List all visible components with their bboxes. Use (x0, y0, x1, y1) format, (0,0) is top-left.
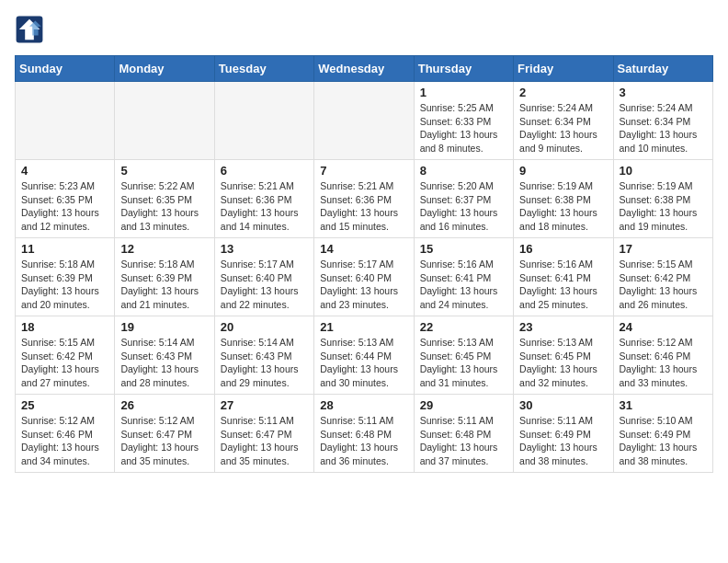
day-cell-16: 16Sunrise: 5:16 AMSunset: 6:41 PMDayligh… (514, 238, 613, 316)
day-cell-24: 24Sunrise: 5:12 AMSunset: 6:46 PMDayligh… (613, 316, 712, 395)
week-row-4: 18Sunrise: 5:15 AMSunset: 6:42 PMDayligh… (16, 316, 713, 395)
day-number: 31 (620, 398, 707, 412)
day-cell-26: 26Sunrise: 5:12 AMSunset: 6:47 PMDayligh… (115, 395, 214, 473)
day-number: 20 (221, 320, 308, 334)
day-cell-22: 22Sunrise: 5:13 AMSunset: 6:45 PMDayligh… (414, 316, 513, 395)
day-cell-9: 9Sunrise: 5:19 AMSunset: 6:38 PMDaylight… (514, 160, 613, 238)
day-number: 17 (620, 242, 707, 256)
day-info: Sunrise: 5:24 AMSunset: 6:34 PMDaylight:… (519, 101, 607, 155)
logo (15, 15, 48, 44)
weekday-header-thursday: Thursday (414, 56, 513, 82)
day-number: 15 (420, 242, 507, 256)
day-number: 19 (120, 320, 208, 334)
weekday-header-sunday: Sunday (16, 56, 115, 82)
weekday-header-tuesday: Tuesday (214, 56, 313, 82)
day-info: Sunrise: 5:14 AMSunset: 6:43 PMDaylight:… (221, 336, 308, 390)
day-info: Sunrise: 5:11 AMSunset: 6:48 PMDaylight:… (320, 414, 407, 468)
day-number: 16 (519, 242, 607, 256)
calendar-header-row: SundayMondayTuesdayWednesdayThursdayFrid… (16, 56, 713, 82)
empty-cell (16, 82, 115, 160)
day-info: Sunrise: 5:19 AMSunset: 6:38 PMDaylight:… (620, 179, 707, 234)
day-cell-3: 3Sunrise: 5:24 AMSunset: 6:34 PMDaylight… (613, 82, 712, 160)
day-info: Sunrise: 5:11 AMSunset: 6:49 PMDaylight:… (519, 414, 607, 468)
day-cell-20: 20Sunrise: 5:14 AMSunset: 6:43 PMDayligh… (214, 316, 313, 395)
week-row-5: 25Sunrise: 5:12 AMSunset: 6:46 PMDayligh… (16, 395, 713, 473)
day-number: 22 (420, 320, 507, 334)
empty-cell (314, 82, 414, 160)
day-number: 13 (221, 242, 308, 256)
day-cell-27: 27Sunrise: 5:11 AMSunset: 6:47 PMDayligh… (214, 395, 313, 473)
day-number: 12 (120, 242, 208, 256)
week-row-3: 11Sunrise: 5:18 AMSunset: 6:39 PMDayligh… (16, 238, 713, 316)
day-number: 8 (420, 164, 507, 178)
day-number: 7 (320, 164, 407, 178)
empty-cell (115, 82, 214, 160)
day-info: Sunrise: 5:15 AMSunset: 6:42 PMDaylight:… (620, 258, 707, 312)
day-cell-25: 25Sunrise: 5:12 AMSunset: 6:46 PMDayligh… (16, 395, 115, 473)
day-number: 25 (21, 398, 108, 412)
day-cell-7: 7Sunrise: 5:21 AMSunset: 6:36 PMDaylight… (314, 160, 414, 238)
weekday-header-saturday: Saturday (613, 56, 712, 82)
weekday-header-friday: Friday (514, 56, 613, 82)
empty-cell (214, 82, 313, 160)
day-number: 18 (21, 320, 108, 334)
day-info: Sunrise: 5:23 AMSunset: 6:35 PMDaylight:… (21, 179, 108, 234)
day-cell-4: 4Sunrise: 5:23 AMSunset: 6:35 PMDaylight… (16, 160, 115, 238)
day-cell-5: 5Sunrise: 5:22 AMSunset: 6:35 PMDaylight… (115, 160, 214, 238)
day-cell-31: 31Sunrise: 5:10 AMSunset: 6:49 PMDayligh… (613, 395, 712, 473)
day-cell-14: 14Sunrise: 5:17 AMSunset: 6:40 PMDayligh… (314, 238, 414, 316)
day-info: Sunrise: 5:17 AMSunset: 6:40 PMDaylight:… (320, 258, 407, 312)
week-row-1: 1Sunrise: 5:25 AMSunset: 6:33 PMDaylight… (16, 82, 713, 160)
day-number: 30 (519, 398, 607, 412)
day-cell-29: 29Sunrise: 5:11 AMSunset: 6:48 PMDayligh… (414, 395, 513, 473)
day-number: 27 (221, 398, 308, 412)
day-info: Sunrise: 5:21 AMSunset: 6:36 PMDaylight:… (221, 179, 308, 234)
weekday-header-wednesday: Wednesday (314, 56, 414, 82)
day-cell-10: 10Sunrise: 5:19 AMSunset: 6:38 PMDayligh… (613, 160, 712, 238)
day-cell-2: 2Sunrise: 5:24 AMSunset: 6:34 PMDaylight… (514, 82, 613, 160)
day-info: Sunrise: 5:25 AMSunset: 6:33 PMDaylight:… (420, 101, 507, 155)
day-number: 21 (320, 320, 407, 334)
day-cell-18: 18Sunrise: 5:15 AMSunset: 6:42 PMDayligh… (16, 316, 115, 395)
day-info: Sunrise: 5:13 AMSunset: 6:45 PMDaylight:… (420, 336, 507, 390)
day-info: Sunrise: 5:21 AMSunset: 6:36 PMDaylight:… (320, 179, 407, 234)
day-number: 24 (620, 320, 707, 334)
day-number: 5 (120, 164, 208, 178)
page-header (15, 15, 713, 44)
day-number: 10 (620, 164, 707, 178)
day-number: 26 (120, 398, 208, 412)
day-info: Sunrise: 5:12 AMSunset: 6:47 PMDaylight:… (120, 414, 208, 468)
day-cell-8: 8Sunrise: 5:20 AMSunset: 6:37 PMDaylight… (414, 160, 513, 238)
day-cell-19: 19Sunrise: 5:14 AMSunset: 6:43 PMDayligh… (115, 316, 214, 395)
day-number: 4 (21, 164, 108, 178)
day-number: 2 (519, 86, 607, 99)
week-row-2: 4Sunrise: 5:23 AMSunset: 6:35 PMDaylight… (16, 160, 713, 238)
day-info: Sunrise: 5:14 AMSunset: 6:43 PMDaylight:… (120, 336, 208, 390)
day-number: 14 (320, 242, 407, 256)
day-info: Sunrise: 5:18 AMSunset: 6:39 PMDaylight:… (120, 258, 208, 312)
logo-icon (15, 15, 44, 44)
weekday-header-monday: Monday (115, 56, 214, 82)
day-number: 1 (420, 86, 507, 99)
day-info: Sunrise: 5:10 AMSunset: 6:49 PMDaylight:… (620, 414, 707, 468)
day-cell-11: 11Sunrise: 5:18 AMSunset: 6:39 PMDayligh… (16, 238, 115, 316)
day-number: 11 (21, 242, 108, 256)
day-number: 29 (420, 398, 507, 412)
day-cell-23: 23Sunrise: 5:13 AMSunset: 6:45 PMDayligh… (514, 316, 613, 395)
day-info: Sunrise: 5:12 AMSunset: 6:46 PMDaylight:… (620, 336, 707, 390)
day-info: Sunrise: 5:13 AMSunset: 6:44 PMDaylight:… (320, 336, 407, 390)
day-info: Sunrise: 5:17 AMSunset: 6:40 PMDaylight:… (221, 258, 308, 312)
day-info: Sunrise: 5:18 AMSunset: 6:39 PMDaylight:… (21, 258, 108, 312)
day-number: 3 (620, 86, 707, 99)
day-cell-17: 17Sunrise: 5:15 AMSunset: 6:42 PMDayligh… (613, 238, 712, 316)
day-info: Sunrise: 5:13 AMSunset: 6:45 PMDaylight:… (519, 336, 607, 390)
day-cell-1: 1Sunrise: 5:25 AMSunset: 6:33 PMDaylight… (414, 82, 513, 160)
day-cell-21: 21Sunrise: 5:13 AMSunset: 6:44 PMDayligh… (314, 316, 414, 395)
day-info: Sunrise: 5:24 AMSunset: 6:34 PMDaylight:… (620, 101, 707, 155)
day-cell-12: 12Sunrise: 5:18 AMSunset: 6:39 PMDayligh… (115, 238, 214, 316)
day-info: Sunrise: 5:11 AMSunset: 6:47 PMDaylight:… (221, 414, 308, 468)
day-number: 9 (519, 164, 607, 178)
calendar-table: SundayMondayTuesdayWednesdayThursdayFrid… (15, 55, 713, 473)
day-number: 23 (519, 320, 607, 334)
day-info: Sunrise: 5:16 AMSunset: 6:41 PMDaylight:… (519, 258, 607, 312)
